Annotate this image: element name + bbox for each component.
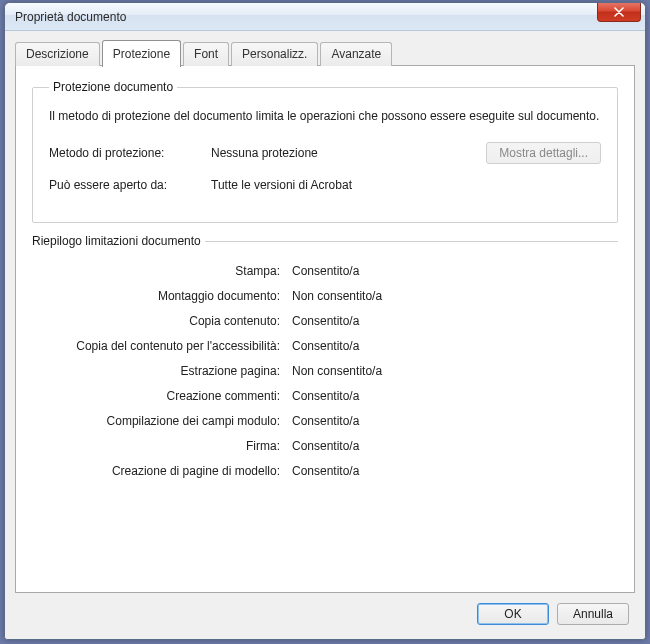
tab-strip: Descrizione Protezione Font Personalizz.… bbox=[15, 39, 635, 66]
permission-label: Firma: bbox=[32, 439, 292, 453]
ok-button[interactable]: OK bbox=[477, 603, 549, 625]
permission-value: Consentito/a bbox=[292, 264, 359, 278]
permission-value: Consentito/a bbox=[292, 414, 359, 428]
permission-value: Non consentito/a bbox=[292, 364, 382, 378]
show-details-button[interactable]: Mostra dettagli... bbox=[486, 142, 601, 164]
tab-descrizione[interactable]: Descrizione bbox=[15, 42, 100, 66]
permission-label: Copia del contenuto per l'accessibilità: bbox=[32, 339, 292, 353]
permission-label: Creazione commenti: bbox=[32, 389, 292, 403]
dialog-footer: OK Annulla bbox=[15, 593, 635, 629]
permission-value: Non consentito/a bbox=[292, 289, 382, 303]
summary-rows: Stampa:Consentito/aMontaggio documento:N… bbox=[32, 264, 618, 478]
permission-label: Montaggio documento: bbox=[32, 289, 292, 303]
window-title: Proprietà documento bbox=[15, 10, 126, 24]
permission-row: Montaggio documento:Non consentito/a bbox=[32, 289, 618, 303]
summary-group: Riepilogo limitazioni documento Stampa:C… bbox=[32, 241, 618, 478]
close-icon bbox=[614, 7, 624, 17]
tab-panel-protezione: Protezione documento Il metodo di protez… bbox=[15, 65, 635, 593]
tab-font[interactable]: Font bbox=[183, 42, 229, 66]
protection-description: Il metodo di protezione del documento li… bbox=[49, 108, 601, 124]
protection-method-label: Metodo di protezione: bbox=[49, 146, 199, 160]
tab-personalizz[interactable]: Personalizz. bbox=[231, 42, 318, 66]
open-by-label: Può essere aperto da: bbox=[49, 178, 199, 192]
cancel-button[interactable]: Annulla bbox=[557, 603, 629, 625]
permission-value: Consentito/a bbox=[292, 339, 359, 353]
protection-method-value: Nessuna protezione bbox=[211, 146, 318, 160]
permission-row: Creazione commenti:Consentito/a bbox=[32, 389, 618, 403]
permission-row: Copia contenuto:Consentito/a bbox=[32, 314, 618, 328]
permission-row: Estrazione pagina:Non consentito/a bbox=[32, 364, 618, 378]
tab-protezione[interactable]: Protezione bbox=[102, 40, 181, 67]
permission-row: Copia del contenuto per l'accessibilità:… bbox=[32, 339, 618, 353]
permission-row: Creazione di pagine di modello:Consentit… bbox=[32, 464, 618, 478]
permission-label: Stampa: bbox=[32, 264, 292, 278]
permission-value: Consentito/a bbox=[292, 464, 359, 478]
open-by-value: Tutte le versioni di Acrobat bbox=[211, 178, 352, 192]
protection-group: Protezione documento Il metodo di protez… bbox=[32, 80, 618, 223]
permission-label: Estrazione pagina: bbox=[32, 364, 292, 378]
open-by-row: Può essere aperto da: Tutte le versioni … bbox=[49, 178, 601, 192]
permission-label: Creazione di pagine di modello: bbox=[32, 464, 292, 478]
permission-label: Compilazione dei campi modulo: bbox=[32, 414, 292, 428]
permission-value: Consentito/a bbox=[292, 314, 359, 328]
permission-row: Compilazione dei campi modulo:Consentito… bbox=[32, 414, 618, 428]
close-button[interactable] bbox=[597, 2, 641, 22]
dialog-window: Proprietà documento Descrizione Protezio… bbox=[4, 2, 646, 640]
permission-row: Firma:Consentito/a bbox=[32, 439, 618, 453]
permission-value: Consentito/a bbox=[292, 389, 359, 403]
protection-method-row: Metodo di protezione: Nessuna protezione… bbox=[49, 142, 601, 164]
permission-label: Copia contenuto: bbox=[32, 314, 292, 328]
tab-avanzate[interactable]: Avanzate bbox=[320, 42, 392, 66]
permission-row: Stampa:Consentito/a bbox=[32, 264, 618, 278]
titlebar: Proprietà documento bbox=[5, 3, 645, 31]
summary-legend: Riepilogo limitazioni documento bbox=[28, 234, 205, 248]
client-area: Descrizione Protezione Font Personalizz.… bbox=[5, 31, 645, 639]
protection-group-legend: Protezione documento bbox=[49, 80, 177, 94]
permission-value: Consentito/a bbox=[292, 439, 359, 453]
